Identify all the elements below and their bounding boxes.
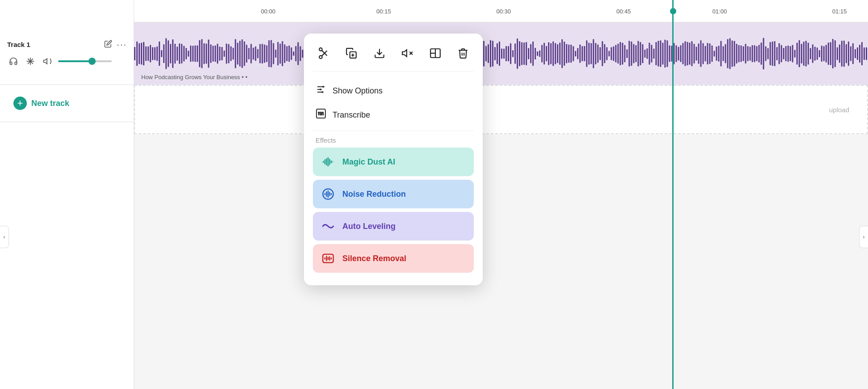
svg-rect-314: [819, 50, 820, 57]
noise-reduction-effect[interactable]: Noise Reduction: [313, 180, 474, 208]
snowflake-button[interactable]: [24, 55, 37, 68]
svg-rect-204: [573, 46, 574, 61]
collapse-left-button[interactable]: ‹: [0, 226, 9, 248]
svg-rect-244: [662, 43, 663, 65]
svg-rect-298: [783, 48, 784, 59]
svg-rect-290: [765, 46, 767, 61]
svg-marker-344: [402, 50, 407, 56]
playhead[interactable]: [672, 0, 674, 389]
svg-rect-253: [682, 43, 683, 64]
split-button[interactable]: [425, 42, 446, 64]
new-track-label: New track: [31, 99, 69, 108]
duplicate-button[interactable]: [341, 42, 362, 64]
svg-rect-77: [288, 46, 290, 62]
svg-rect-177: [512, 50, 514, 57]
svg-rect-382: [331, 258, 332, 260]
auto-leveling-effect[interactable]: Auto Leveling: [313, 212, 474, 241]
svg-rect-231: [633, 44, 634, 63]
svg-rect-201: [566, 44, 567, 63]
svg-rect-372: [324, 193, 325, 195]
auto-leveling-icon: [320, 218, 336, 234]
volume-slider[interactable]: [58, 60, 112, 62]
edit-icon[interactable]: [104, 40, 112, 50]
svg-rect-199: [561, 39, 563, 68]
download-button[interactable]: [369, 42, 390, 64]
time-marker-2: 00:30: [497, 8, 511, 15]
svg-rect-203: [570, 45, 572, 63]
svg-rect-229: [628, 41, 630, 67]
svg-rect-200: [564, 42, 565, 66]
svg-rect-326: [846, 44, 847, 63]
svg-marker-7: [44, 59, 47, 64]
svg-rect-69: [270, 40, 272, 67]
timeline-header: 00:00 00:15 00:30 00:45 01:00 01:15: [134, 0, 868, 22]
svg-rect-285: [754, 45, 755, 62]
svg-rect-80: [295, 46, 296, 61]
silence-removal-effect[interactable]: Silence Removal: [313, 244, 474, 273]
timeline-markers: 00:00 00:15 00:30 00:45 01:00 01:15: [268, 0, 868, 22]
svg-rect-8: [134, 47, 135, 60]
svg-rect-325: [843, 41, 845, 67]
svg-rect-30: [183, 46, 185, 61]
svg-rect-211: [588, 42, 590, 64]
svg-rect-381: [329, 256, 330, 260]
svg-rect-68: [268, 40, 270, 67]
svg-rect-23: [168, 40, 169, 67]
waveform-area[interactable]: .wave-bar { fill: #5c3d8a; } // This wil…: [134, 22, 868, 85]
svg-rect-380: [328, 257, 329, 260]
svg-rect-175: [508, 46, 509, 61]
svg-rect-320: [832, 39, 834, 68]
svg-rect-186: [532, 42, 534, 66]
headphones-button[interactable]: [7, 55, 20, 68]
svg-rect-306: [801, 44, 802, 63]
new-track-button[interactable]: + New track: [7, 92, 76, 114]
magic-dust-effect[interactable]: Magic Dust AI: [313, 148, 474, 176]
svg-rect-284: [752, 45, 753, 62]
delete-button[interactable]: [452, 42, 474, 64]
svg-rect-369: [331, 161, 332, 164]
svg-rect-292: [770, 42, 771, 65]
volume-button[interactable]: [41, 55, 54, 68]
svg-rect-193: [548, 42, 549, 65]
mute-button[interactable]: [396, 42, 418, 64]
svg-rect-273: [727, 39, 729, 68]
svg-rect-274: [729, 38, 731, 69]
svg-rect-9: [136, 42, 138, 66]
empty-track-area[interactable]: upload: [134, 85, 868, 134]
svg-rect-267: [714, 51, 715, 56]
svg-rect-18: [156, 47, 158, 61]
svg-rect-42: [210, 44, 211, 63]
svg-rect-268: [716, 47, 717, 61]
svg-rect-276: [734, 41, 735, 67]
svg-rect-178: [514, 43, 516, 63]
svg-rect-366: [326, 158, 327, 165]
svg-rect-46: [219, 47, 220, 60]
svg-rect-257: [691, 41, 693, 66]
svg-rect-287: [758, 45, 760, 63]
svg-rect-75: [284, 44, 285, 63]
transcribe-item[interactable]: Transcribe: [313, 103, 474, 127]
svg-rect-239: [651, 45, 652, 62]
svg-rect-24: [170, 44, 171, 63]
svg-point-354: [320, 89, 321, 90]
svg-rect-242: [657, 41, 659, 66]
svg-rect-182: [523, 42, 525, 65]
svg-rect-283: [750, 47, 751, 61]
cut-button[interactable]: [313, 42, 334, 64]
svg-rect-261: [700, 40, 702, 67]
svg-rect-205: [575, 51, 576, 56]
svg-rect-37: [199, 40, 200, 68]
more-icon[interactable]: ···: [117, 39, 127, 50]
svg-rect-364: [323, 161, 324, 163]
svg-rect-234: [640, 42, 641, 65]
svg-rect-225: [619, 42, 621, 65]
svg-rect-256: [689, 42, 691, 65]
svg-rect-367: [328, 157, 329, 167]
svg-rect-81: [297, 42, 299, 65]
svg-rect-230: [631, 42, 632, 66]
collapse-right-button[interactable]: ›: [859, 226, 868, 248]
svg-rect-368: [329, 159, 330, 165]
show-options-item[interactable]: Show Options: [313, 79, 474, 103]
svg-rect-165: [485, 46, 487, 62]
svg-rect-281: [745, 44, 746, 63]
